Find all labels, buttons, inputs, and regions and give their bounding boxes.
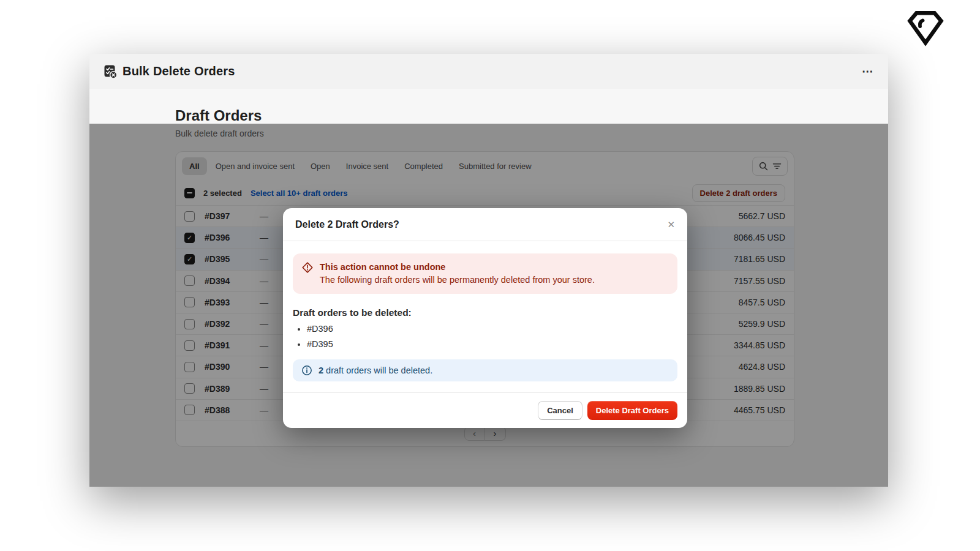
info-count: 2 [318,365,323,375]
modal-title: Delete 2 Draft Orders? [295,219,399,230]
delete-draft-orders-button[interactable]: Delete Draft Orders [587,401,677,420]
cancel-button[interactable]: Cancel [538,401,582,420]
delete-confirmation-modal: Delete 2 Draft Orders? ✕ This action can… [283,208,687,428]
delete-list-heading: Draft orders to be deleted: [293,307,677,318]
app-header: Bulk Delete Orders ⋯ [89,54,888,89]
app-title: Bulk Delete Orders [123,64,235,78]
modal-body: This action cannot be undone The followi… [283,241,687,392]
bulk-delete-app-icon [103,64,118,79]
modal-header: Delete 2 Draft Orders? ✕ [283,208,687,241]
gem-logo-icon [906,7,945,48]
delete-list: #D396#D395 [293,324,677,349]
info-banner: 2 draft orders will be deleted. [293,359,677,381]
page-title: Draft Orders [175,107,794,124]
modal-footer: Cancel Delete Draft Orders [283,392,687,428]
info-circle-icon [301,365,312,376]
warning-message: The following draft orders will be perma… [320,274,595,287]
close-icon[interactable]: ✕ [667,220,675,229]
alert-diamond-icon [301,261,314,274]
delete-list-item: #D395 [307,339,677,349]
window-menu-button[interactable]: ⋯ [862,66,875,77]
warning-title: This action cannot be undone [320,261,595,274]
warning-banner: This action cannot be undone The followi… [293,253,677,294]
info-message: draft orders will be deleted. [326,365,432,375]
desktop-wallpaper: Bulk Delete Orders ⋯ Draft Orders Bulk d… [0,0,980,551]
delete-list-item: #D396 [307,324,677,334]
